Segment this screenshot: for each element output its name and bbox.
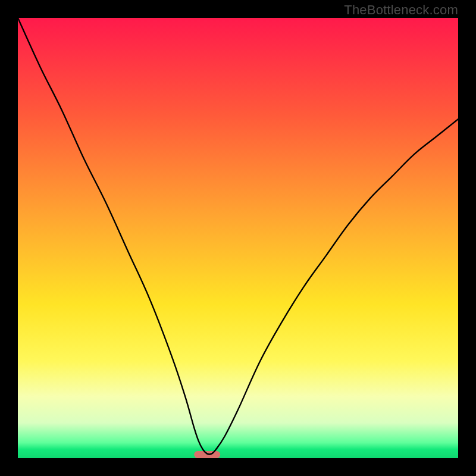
chart-frame: TheBottleneck.com <box>0 0 476 476</box>
chart-background <box>18 18 458 458</box>
watermark-text: TheBottleneck.com <box>344 2 458 18</box>
min-marker <box>194 451 220 458</box>
chart-plot-area <box>18 18 458 458</box>
annotations-layer <box>194 451 220 458</box>
chart-svg <box>18 18 458 458</box>
